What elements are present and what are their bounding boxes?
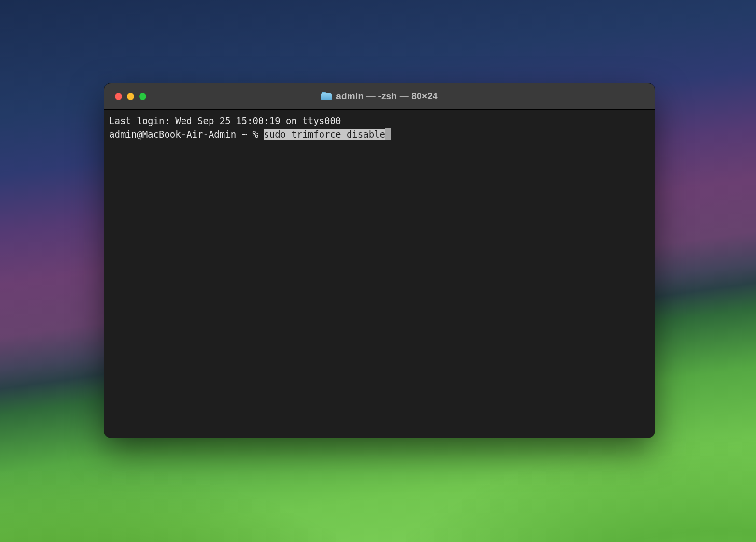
last-login-line: Last login: Wed Sep 25 15:00:19 on ttys0…: [109, 115, 341, 126]
command-input-selection[interactable]: sudo trimforce disable: [264, 129, 385, 140]
zoom-button[interactable]: [139, 93, 146, 100]
window-title: admin — -zsh — 80×24: [104, 91, 655, 101]
close-button[interactable]: [115, 93, 122, 100]
text-cursor: [385, 128, 391, 140]
minimize-button[interactable]: [127, 93, 134, 100]
traffic-lights: [115, 93, 146, 100]
shell-prompt: admin@MacBook-Air-Admin ~ %: [109, 129, 264, 140]
window-titlebar[interactable]: admin — -zsh — 80×24: [104, 83, 655, 110]
terminal-viewport[interactable]: Last login: Wed Sep 25 15:00:19 on ttys0…: [104, 110, 655, 438]
terminal-window: admin — -zsh — 80×24 Last login: Wed Sep…: [104, 83, 655, 438]
folder-icon: [321, 92, 332, 100]
window-title-text: admin — -zsh — 80×24: [336, 91, 437, 101]
